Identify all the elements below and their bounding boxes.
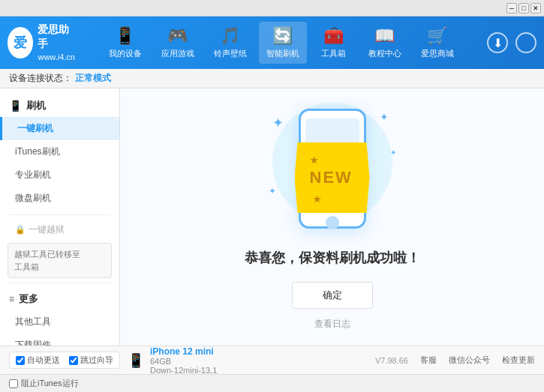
- more-section-label: 更多: [19, 292, 38, 306]
- apple-store-icon: 🛒: [427, 26, 447, 46]
- auto-send-checkbox[interactable]: 自动更送: [16, 355, 60, 366]
- download-button[interactable]: ⬇: [487, 32, 508, 53]
- bottom-left: 自动更送 跳过向导 📱 iPhone 12 mini 64GB Down-12m…: [9, 346, 217, 375]
- nav-items: 📱 我的设备 🎮 应用游戏 🎵 铃声壁纸 🔄 智能刷机 🧰 工具箱 📖: [75, 22, 487, 64]
- sidebar-section-flash: 📱 刷机: [0, 94, 119, 117]
- main-content: NEW ✦ ✦ ✦ ✦ 恭喜您，保资料刷机成功啦！ 确定 查看日志: [120, 88, 544, 346]
- nav-label-tutorial: 教程中心: [368, 48, 401, 59]
- nav-right: ⬇ 👤: [487, 32, 536, 53]
- app-url: www.i4.cn: [38, 52, 75, 63]
- bottom-bar: 自动更送 跳过向导 📱 iPhone 12 mini 64GB Down-12m…: [0, 346, 544, 374]
- nav-item-smart-flash[interactable]: 🔄 智能刷机: [259, 22, 307, 64]
- status-value: 正常模式: [75, 72, 111, 85]
- sparkle-4: ✦: [269, 186, 276, 196]
- stop-itunes-input[interactable]: [9, 379, 18, 388]
- apps-games-icon: 🎮: [167, 26, 188, 46]
- sidebar-item-micro-flash[interactable]: 微盘刷机: [0, 187, 119, 210]
- sidebar-divider-1: [9, 214, 110, 215]
- checkbox-group: 自动更送 跳过向导: [9, 352, 120, 369]
- success-text: 恭喜您，保资料刷机成功啦！: [245, 249, 420, 267]
- sidebar: 📱 刷机 一键刷机 iTunes刷机 专业刷机 微盘刷机 🔒 一键越狱 越狱工具…: [0, 88, 120, 346]
- smart-flash-icon: 🔄: [272, 26, 293, 46]
- logo-text: 爱思助手 www.i4.cn: [38, 22, 75, 64]
- status-label: 设备连接状态：: [9, 72, 72, 85]
- sidebar-item-download-firmware[interactable]: 下载固件: [0, 334, 119, 346]
- stop-itunes-bar: 阻止iTunes运行: [0, 374, 544, 392]
- logo-icon: 爱: [14, 34, 27, 52]
- info-box-text: 越狱工具已转移至 工具箱: [14, 250, 80, 271]
- sidebar-section-more: ≡ 更多: [0, 288, 119, 310]
- nav-label-apps-games: 应用游戏: [161, 48, 194, 59]
- maximize-button[interactable]: □: [518, 3, 529, 13]
- phone-home-button: [326, 216, 339, 229]
- nav-item-ringtone[interactable]: 🎵 铃声壁纸: [206, 22, 254, 64]
- flash-section-label: 刷机: [26, 99, 46, 112]
- sparkle-2: ✦: [380, 111, 389, 123]
- nav-label-toolbox: 工具箱: [321, 48, 346, 59]
- flash-section-icon: 📱: [9, 100, 22, 112]
- minimize-button[interactable]: ─: [506, 3, 517, 13]
- nav-item-tutorial[interactable]: 📖 教程中心: [361, 22, 409, 64]
- close-button[interactable]: ✕: [530, 3, 541, 13]
- app-name: 爱思助手: [38, 22, 75, 52]
- new-label: NEW: [310, 168, 353, 187]
- view-log-link[interactable]: 查看日志: [314, 318, 350, 331]
- more-icon: ≡: [9, 294, 14, 304]
- device-icon: 📱: [128, 352, 144, 369]
- nav-item-toolbox[interactable]: 🧰 工具箱: [311, 22, 356, 64]
- sparkle-3: ✦: [390, 148, 396, 157]
- sidebar-info-box: 越狱工具已转移至 工具箱: [8, 243, 112, 278]
- sidebar-item-jailbreak: 🔒 一键越狱: [0, 220, 119, 240]
- customer-service-link[interactable]: 客服: [420, 355, 437, 366]
- top-nav: 爱 爱思助手 www.i4.cn 📱 我的设备 🎮 应用游戏 🎵 铃声壁纸 🔄: [0, 16, 544, 69]
- nav-item-my-device[interactable]: 📱 我的设备: [101, 22, 149, 64]
- logo-circle: 爱: [8, 27, 33, 58]
- auto-send-input[interactable]: [16, 356, 25, 365]
- toolbox-icon: 🧰: [323, 26, 344, 46]
- new-ribbon: NEW: [295, 142, 370, 213]
- device-info-area: 📱 iPhone 12 mini 64GB Down-12mini-13,1: [128, 346, 217, 375]
- sidebar-item-other-tools[interactable]: 其他工具: [0, 310, 119, 334]
- skip-wizard-input[interactable]: [69, 356, 78, 365]
- account-button[interactable]: 👤: [515, 32, 536, 53]
- nav-label-apple-store: 爱思商城: [421, 48, 454, 59]
- sidebar-item-pro-flash[interactable]: 专业刷机: [0, 163, 119, 187]
- wechat-official-link[interactable]: 微信公众号: [449, 355, 490, 366]
- nav-item-apps-games[interactable]: 🎮 应用游戏: [154, 22, 202, 64]
- nav-item-apple-store[interactable]: 🛒 爱思商城: [413, 22, 461, 64]
- nav-label-my-device: 我的设备: [109, 48, 142, 59]
- stop-itunes-checkbox[interactable]: 阻止iTunes运行: [9, 378, 79, 389]
- skip-wizard-checkbox[interactable]: 跳过向导: [69, 355, 113, 366]
- app-container: 爱 爱思助手 www.i4.cn 📱 我的设备 🎮 应用游戏 🎵 铃声壁纸 🔄: [0, 16, 544, 392]
- nav-label-ringtone: 铃声壁纸: [214, 48, 247, 59]
- content-area: 📱 刷机 一键刷机 iTunes刷机 专业刷机 微盘刷机 🔒 一键越狱 越狱工具…: [0, 88, 544, 346]
- title-bar: ─ □ ✕: [0, 0, 544, 16]
- sidebar-divider-2: [9, 283, 110, 283]
- logo-area: 爱 爱思助手 www.i4.cn: [8, 22, 75, 64]
- check-update-link[interactable]: 检查更新: [502, 355, 535, 366]
- device-name: iPhone 12 mini: [150, 346, 217, 357]
- ringtone-icon: 🎵: [220, 26, 240, 46]
- device-info: iPhone 12 mini 64GB Down-12mini-13,1: [150, 346, 217, 375]
- sparkle-1: ✦: [272, 115, 284, 131]
- tutorial-icon: 📖: [374, 26, 395, 46]
- device-storage: 64GB: [150, 357, 217, 366]
- version-text: V7.98.66: [375, 356, 408, 365]
- auto-send-label: 自动更送: [27, 355, 60, 366]
- device-model: Down-12mini-13,1: [150, 366, 217, 375]
- my-device-icon: 📱: [115, 26, 135, 46]
- lock-icon: 🔒: [15, 225, 26, 235]
- nav-label-smart-flash: 智能刷机: [266, 48, 299, 59]
- sidebar-item-itunes-flash[interactable]: iTunes刷机: [0, 140, 119, 163]
- jailbreak-label: 一键越狱: [29, 223, 65, 236]
- success-illustration: NEW ✦ ✦ ✦ ✦: [257, 103, 407, 234]
- status-bar: 设备连接状态： 正常模式: [0, 69, 544, 88]
- sidebar-item-one-key-flash[interactable]: 一键刷机: [0, 117, 119, 140]
- stop-itunes-label: 阻止iTunes运行: [21, 378, 79, 389]
- skip-wizard-label: 跳过向导: [80, 355, 113, 366]
- bottom-right: V7.98.66 客服 微信公众号 检查更新: [375, 355, 535, 366]
- confirm-button[interactable]: 确定: [292, 282, 373, 309]
